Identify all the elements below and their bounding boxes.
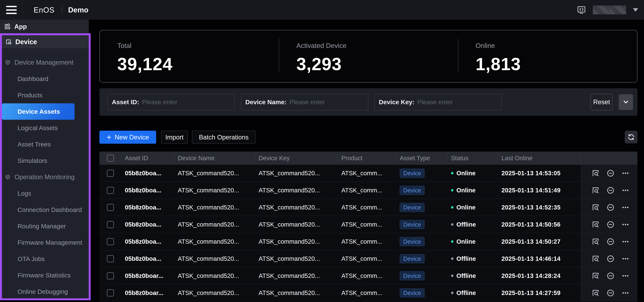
user-menu-caret-icon[interactable] bbox=[633, 8, 638, 12]
asset-type-cell: Device bbox=[396, 267, 448, 284]
sidebar-item-device[interactable]: Device bbox=[2, 35, 89, 48]
status-cell: Online bbox=[448, 182, 498, 199]
disable-device-icon[interactable] bbox=[606, 169, 614, 177]
view-details-icon[interactable] bbox=[592, 169, 600, 177]
sidebar-item-label: Device bbox=[15, 38, 37, 46]
row-select-checkbox[interactable] bbox=[100, 199, 121, 216]
stat-online-value: 1,813 bbox=[476, 54, 637, 74]
view-details-icon[interactable] bbox=[592, 272, 600, 280]
device-name-input[interactable] bbox=[290, 94, 368, 110]
console-monitor-icon[interactable] bbox=[577, 5, 586, 14]
status-label: Online bbox=[456, 187, 476, 194]
row-select-checkbox[interactable] bbox=[100, 216, 121, 233]
new-device-button[interactable]: + New Device bbox=[100, 131, 156, 144]
sidebar-item-logs[interactable]: Logs bbox=[2, 185, 89, 202]
status-cell: Online bbox=[448, 165, 498, 182]
checkbox-icon[interactable] bbox=[107, 290, 114, 296]
device-key-filter[interactable]: Device Key: bbox=[374, 94, 502, 110]
sidebar-item-online-debugging[interactable]: Online Debugging bbox=[2, 284, 89, 300]
disable-device-icon[interactable] bbox=[606, 220, 614, 228]
checkbox-icon[interactable] bbox=[107, 170, 114, 177]
sidebar-item-label: Simulators bbox=[18, 157, 47, 164]
sidebar-item-routing-manager[interactable]: Routing Manager bbox=[2, 218, 89, 234]
device-key-input[interactable] bbox=[418, 94, 502, 110]
import-button[interactable]: Import bbox=[161, 131, 188, 144]
sidebar-item-label: Products bbox=[18, 92, 42, 99]
product-cell: ATSK_comm... bbox=[338, 267, 396, 284]
view-details-icon[interactable] bbox=[592, 255, 600, 263]
sidebar-item-products[interactable]: Products bbox=[2, 87, 89, 103]
sidebar-item-logical-assets[interactable]: Logical Assets bbox=[2, 120, 89, 136]
batch-operations-button[interactable]: Batch Operations bbox=[192, 131, 256, 144]
reset-button[interactable]: Reset bbox=[591, 94, 612, 110]
asset-id-cell: 05b8z0boa... bbox=[121, 182, 174, 199]
checkbox-icon[interactable] bbox=[107, 255, 114, 262]
last-online-cell: 2025-01-13 14:27:59 bbox=[498, 284, 581, 301]
sidebar-item-dashboard[interactable]: Dashboard bbox=[2, 70, 89, 87]
user-name-redacted[interactable] bbox=[593, 6, 626, 14]
disable-device-icon[interactable] bbox=[606, 272, 614, 280]
checkbox-icon[interactable] bbox=[107, 272, 114, 279]
row-select-checkbox[interactable] bbox=[100, 284, 121, 301]
asset-id-filter[interactable]: Asset ID: bbox=[108, 94, 235, 110]
row-select-checkbox[interactable] bbox=[100, 233, 121, 250]
more-actions-icon[interactable] bbox=[622, 289, 630, 297]
row-select-checkbox[interactable] bbox=[100, 165, 121, 182]
checkbox-icon[interactable] bbox=[107, 204, 114, 211]
more-actions-icon[interactable] bbox=[622, 169, 630, 177]
disable-device-icon[interactable] bbox=[606, 186, 614, 194]
sidebar-item-firmware-statistics[interactable]: Firmware Statistics bbox=[2, 267, 89, 284]
sidebar-item-connection-dashboard[interactable]: Connection Dashboard bbox=[2, 202, 89, 218]
disable-device-icon[interactable] bbox=[606, 289, 614, 297]
status-label: Online bbox=[456, 238, 476, 245]
view-details-icon[interactable] bbox=[592, 289, 600, 297]
more-actions-icon[interactable] bbox=[622, 238, 630, 246]
row-select-checkbox[interactable] bbox=[100, 250, 121, 267]
sidebar-item-simulators[interactable]: Simulators bbox=[2, 152, 89, 169]
sidebar-item-device-assets[interactable]: Device Assets bbox=[2, 103, 74, 120]
disable-device-icon[interactable] bbox=[606, 204, 614, 211]
refresh-button[interactable] bbox=[625, 131, 638, 144]
select-all-checkbox[interactable] bbox=[100, 152, 121, 165]
actions-column-header bbox=[581, 152, 638, 165]
status-cell: Online bbox=[448, 233, 498, 250]
sidebar-item-device-management[interactable]: Device Management bbox=[2, 54, 89, 70]
status-cell: Offline bbox=[448, 216, 498, 233]
table-row: 05b8z0boa...ATSK_command520...ATSK_comma… bbox=[100, 182, 638, 199]
table-row: 05b8z0boa...ATSK_command520...ATSK_comma… bbox=[100, 233, 638, 250]
last-online-cell: 2025-01-13 14:28:24 bbox=[498, 267, 581, 284]
view-details-icon[interactable] bbox=[592, 204, 600, 211]
hamburger-menu-icon[interactable] bbox=[6, 6, 17, 14]
more-actions-icon[interactable] bbox=[622, 272, 630, 280]
row-select-checkbox[interactable] bbox=[100, 267, 121, 284]
expand-filters-button[interactable] bbox=[619, 94, 633, 110]
view-details-icon[interactable] bbox=[592, 186, 600, 194]
sidebar-item-firmware-management[interactable]: Firmware Management bbox=[2, 234, 89, 251]
disable-device-icon[interactable] bbox=[606, 255, 614, 263]
more-actions-icon[interactable] bbox=[622, 220, 630, 228]
product-cell: ATSK_comm... bbox=[338, 216, 396, 233]
checkbox-icon[interactable] bbox=[107, 187, 114, 194]
row-select-checkbox[interactable] bbox=[100, 182, 121, 199]
asset-id-input[interactable] bbox=[142, 94, 234, 110]
more-actions-icon[interactable] bbox=[622, 255, 630, 263]
sidebar-item-ota-jobs[interactable]: OTA Jobs bbox=[2, 251, 89, 267]
sidebar-item-label: Asset Trees bbox=[18, 141, 51, 148]
more-actions-icon[interactable] bbox=[622, 186, 630, 194]
brand-logo[interactable]: EnOS bbox=[34, 0, 54, 20]
disable-device-icon[interactable] bbox=[606, 238, 614, 246]
sidebar-menu: DeviceDevice ManagementDashboardProducts… bbox=[2, 35, 89, 300]
more-actions-icon[interactable] bbox=[622, 204, 630, 211]
device-name-filter[interactable]: Device Name: bbox=[241, 94, 368, 110]
view-details-icon[interactable] bbox=[592, 220, 600, 228]
checkbox-icon[interactable] bbox=[107, 238, 114, 245]
asset-id-cell: 05b8z0boa... bbox=[121, 233, 174, 250]
checkbox-icon[interactable] bbox=[107, 155, 114, 162]
view-details-icon[interactable] bbox=[592, 238, 600, 246]
sidebar-item-app[interactable]: App bbox=[0, 20, 89, 33]
checkbox-icon[interactable] bbox=[107, 221, 114, 228]
status-cell: Offline bbox=[448, 267, 498, 284]
sidebar-item-asset-trees[interactable]: Asset Trees bbox=[2, 136, 89, 152]
sidebar-item-operation-monitoring[interactable]: Operation Monitoring bbox=[2, 169, 89, 185]
product-cell: ATSK_comm... bbox=[338, 199, 396, 216]
